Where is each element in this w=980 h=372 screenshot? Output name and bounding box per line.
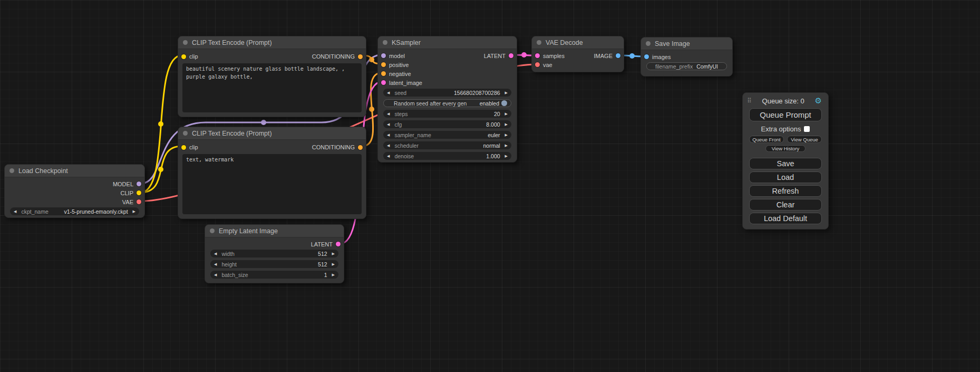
node-vae-decode[interactable]: VAE Decode samples IMAGE vae <box>531 36 624 72</box>
next-value-arrow-icon[interactable]: ▶ <box>505 112 508 116</box>
collapse-dot-icon[interactable] <box>383 40 387 45</box>
node-title: Save Image <box>655 40 690 47</box>
node-title-bar[interactable]: KSampler <box>378 36 517 49</box>
input-label: samples <box>543 53 565 59</box>
load-button[interactable]: Load <box>749 171 822 183</box>
prev-value-arrow-icon[interactable]: ◀ <box>214 273 217 276</box>
extra-options-checkbox[interactable] <box>804 126 810 132</box>
input-label: images <box>652 54 671 60</box>
node-title-bar[interactable]: CLIP Text Encode (Prompt) <box>178 36 366 49</box>
height-widget[interactable]: ◀ height 512 ▶ <box>210 260 338 268</box>
seed-widget[interactable]: ◀ seed 156680208700286 ▶ <box>383 89 511 97</box>
refresh-button[interactable]: Refresh <box>749 185 822 197</box>
widget-label: filename_prefix <box>655 63 693 70</box>
next-value-arrow-icon[interactable]: ▶ <box>505 122 508 126</box>
sampler-name-widget[interactable]: ◀ sampler_name euler ▶ <box>383 131 511 139</box>
seed-toggle-icon[interactable] <box>501 100 507 106</box>
denoise-widget[interactable]: ◀ denoise 1.000 ▶ <box>383 152 511 160</box>
batch-size-widget[interactable]: ◀ batch_size 1 ▶ <box>210 271 338 279</box>
widget-label: scheduler <box>394 142 419 149</box>
prev-value-arrow-icon[interactable]: ◀ <box>214 262 217 266</box>
width-widget[interactable]: ◀ width 512 ▶ <box>210 250 338 257</box>
prev-value-arrow-icon[interactable]: ◀ <box>387 112 390 116</box>
queue-prompt-button[interactable]: Queue Prompt <box>749 108 822 121</box>
prev-value-arrow-icon[interactable]: ◀ <box>14 209 16 213</box>
output-label: CONDITIONING <box>312 53 355 60</box>
collapse-dot-icon[interactable] <box>537 40 541 45</box>
random-seed-widget[interactable]: Random seed after every gen enabled <box>383 99 511 107</box>
next-value-arrow-icon[interactable]: ▶ <box>505 154 508 158</box>
prompt-text-input[interactable]: beautiful scenery nature glass bottle la… <box>182 63 362 112</box>
output-slot-image[interactable] <box>616 53 620 58</box>
widget-label: width <box>221 251 235 257</box>
collapse-dot-icon[interactable] <box>183 131 188 136</box>
input-slot-latent-image[interactable] <box>381 80 386 85</box>
save-button[interactable]: Save <box>749 158 822 169</box>
node-ksampler[interactable]: KSampler model LATENT positive negative … <box>377 36 517 163</box>
output-label: LATENT <box>484 53 506 59</box>
widget-value: 20 <box>408 111 500 117</box>
ckpt-name-widget[interactable]: ◀ ckpt_name v1-5-pruned-emaonly.ckpt ▶ <box>10 207 139 215</box>
widget-label: batch_size <box>221 272 248 278</box>
view-history-button[interactable]: View History <box>765 145 806 152</box>
widget-label: denoise <box>394 153 414 159</box>
output-slot-clip[interactable] <box>137 190 141 195</box>
collapse-dot-icon[interactable] <box>210 228 215 233</box>
node-clip-text-encode-positive[interactable]: CLIP Text Encode (Prompt) clip CONDITION… <box>178 36 366 117</box>
queue-front-button[interactable]: Queue Front <box>749 136 784 143</box>
widget-label: ckpt_name <box>21 208 48 215</box>
next-value-arrow-icon[interactable]: ▶ <box>332 262 335 266</box>
output-slot-model[interactable] <box>137 182 141 186</box>
output-slot-vae[interactable] <box>137 199 141 204</box>
next-value-arrow-icon[interactable]: ▶ <box>332 273 335 276</box>
scheduler-widget[interactable]: ◀ scheduler normal ▶ <box>383 141 511 149</box>
clear-button[interactable]: Clear <box>749 199 822 211</box>
cfg-widget[interactable]: ◀ cfg 8.000 ▶ <box>383 120 511 128</box>
prev-value-arrow-icon[interactable]: ◀ <box>387 122 390 126</box>
input-slot-clip[interactable] <box>181 54 186 59</box>
prev-value-arrow-icon[interactable]: ◀ <box>387 133 390 137</box>
input-slot-negative[interactable] <box>381 71 386 76</box>
next-value-arrow-icon[interactable]: ▶ <box>133 209 135 213</box>
prev-value-arrow-icon[interactable]: ◀ <box>387 154 390 158</box>
node-title-bar[interactable]: Load Checkpoint <box>5 165 144 177</box>
output-slot-conditioning[interactable] <box>358 145 363 150</box>
view-queue-button[interactable]: View Queue <box>787 136 822 143</box>
node-canvas[interactable]: Load Checkpoint MODEL CLIP VAE ◀ ckpt_na <box>0 0 980 372</box>
collapse-dot-icon[interactable] <box>646 41 651 46</box>
input-label: latent_image <box>389 80 422 86</box>
next-value-arrow-icon[interactable]: ▶ <box>505 144 508 147</box>
input-slot-clip[interactable] <box>181 145 186 150</box>
next-value-arrow-icon[interactable]: ▶ <box>332 252 335 255</box>
input-slot-images[interactable] <box>644 54 649 59</box>
input-slot-positive[interactable] <box>381 62 386 67</box>
node-title-bar[interactable]: Empty Latent Image <box>205 225 344 237</box>
widget-value: 512 <box>235 251 327 257</box>
next-value-arrow-icon[interactable]: ▶ <box>505 133 508 137</box>
drag-handle-icon[interactable]: ⠿ <box>747 97 752 104</box>
node-title-bar[interactable]: CLIP Text Encode (Prompt) <box>178 127 366 140</box>
prev-value-arrow-icon[interactable]: ◀ <box>387 91 390 94</box>
prompt-text-input[interactable]: text, watermark <box>182 154 362 214</box>
input-slot-vae[interactable] <box>535 62 540 67</box>
prev-value-arrow-icon[interactable]: ◀ <box>387 144 390 147</box>
settings-gear-icon[interactable]: ⚙ <box>815 96 822 106</box>
node-save-image[interactable]: Save Image images filename_prefix ComfyU… <box>641 37 733 77</box>
node-load-checkpoint[interactable]: Load Checkpoint MODEL CLIP VAE ◀ ckpt_na <box>4 164 145 218</box>
input-slot-samples[interactable] <box>535 53 540 58</box>
node-empty-latent-image[interactable]: Empty Latent Image LATENT ◀ width 512 ▶ … <box>205 224 344 283</box>
next-value-arrow-icon[interactable]: ▶ <box>505 91 508 94</box>
input-slot-model[interactable] <box>381 53 386 58</box>
collapse-dot-icon[interactable] <box>9 168 14 173</box>
collapse-dot-icon[interactable] <box>183 40 188 45</box>
node-title-bar[interactable]: Save Image <box>641 37 732 50</box>
output-slot-conditioning[interactable] <box>358 54 363 59</box>
output-slot-latent[interactable] <box>336 242 341 246</box>
node-clip-text-encode-negative[interactable]: CLIP Text Encode (Prompt) clip CONDITION… <box>178 127 366 219</box>
load-default-button[interactable]: Load Default <box>749 213 822 224</box>
output-slot-latent[interactable] <box>509 53 513 58</box>
node-title-bar[interactable]: VAE Decode <box>532 36 624 49</box>
prev-value-arrow-icon[interactable]: ◀ <box>214 252 217 255</box>
steps-widget[interactable]: ◀ steps 20 ▶ <box>383 110 511 118</box>
filename-prefix-widget[interactable]: filename_prefix ComfyUI <box>646 62 727 70</box>
